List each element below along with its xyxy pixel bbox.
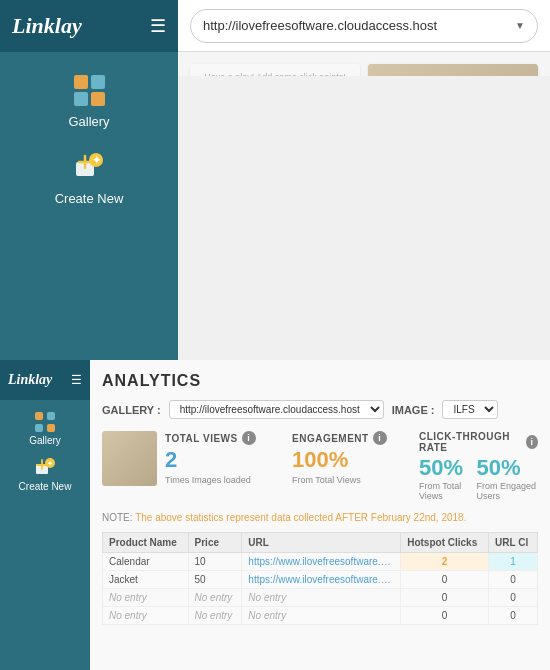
col-product-name: Product Name (103, 533, 189, 553)
cell-urlclicks-2: 0 (489, 589, 538, 607)
bottom-create-icon: ✦ (35, 458, 55, 478)
table-row: No entry No entry No entry 0 0 (103, 607, 538, 625)
cell-url-1[interactable]: https://www.ilovefreesoftware.com/ (242, 571, 401, 589)
gallery-filter-label: GALLERY : (102, 404, 161, 416)
bottom-create-new-label: Create New (19, 481, 72, 492)
table-row: Calendar 10 https://www.ilovefreesoftwar… (103, 553, 538, 571)
cell-url-0[interactable]: https://www.ilovefreesoftware.com/wp-adm… (242, 553, 401, 571)
ctr-value-total: 50% (419, 455, 468, 481)
ctr-desc-total: From Total Views (419, 481, 468, 501)
bottom-gallery-label: Gallery (29, 435, 61, 446)
cell-name-1: Jacket (103, 571, 189, 589)
bottom-sidebar-item-gallery[interactable]: Gallery (29, 412, 61, 446)
col-hotspot-clicks: Hotspot Clicks (401, 533, 489, 553)
engagement-header: ENGAGEMENT i (292, 431, 411, 445)
bottom-sidebar: Linklay ☰ Gallery (0, 360, 90, 670)
cell-urlclicks-3: 0 (489, 607, 538, 625)
total-views-info-icon[interactable]: i (242, 431, 256, 445)
bottom-hamburger-icon[interactable]: ☰ (71, 373, 82, 387)
analytics-title: ANALYTICS (102, 372, 538, 390)
card1-top-note: Have a play! Add some click points! (204, 72, 346, 76)
stat-card-ctr: CLICK-THROUGH RATE i 50% From Total View… (419, 431, 538, 501)
gallery-filter-select[interactable]: http://ilovefreesoftware.cloudaccess.hos… (169, 400, 384, 419)
cell-hotspot-0: 2 (401, 553, 489, 571)
stat-image (102, 431, 157, 486)
engagement-desc: From Total Views (292, 475, 411, 485)
cell-price-2: No entry (188, 589, 242, 607)
analytics-note: NOTE: The above statistics represent dat… (102, 511, 538, 524)
cell-name-2: No entry (103, 589, 189, 607)
address-dropdown-icon[interactable]: ▼ (515, 20, 525, 31)
gallery-icon (71, 72, 107, 108)
cell-price-1: 50 (188, 571, 242, 589)
stat-card-total-views: TOTAL VIEWS i 2 Times Images loaded (165, 431, 284, 501)
ctr-desc-engaged: From Engaged Users (476, 481, 538, 501)
bottom-sidebar-header: Linklay ☰ (0, 360, 90, 400)
hamburger-icon[interactable]: ☰ (150, 15, 166, 37)
address-bar[interactable]: http://ilovefreesoftware.cloudaccess.hos… (190, 9, 538, 43)
engagement-info-icon[interactable]: i (373, 431, 387, 445)
sidebar-item-create-new[interactable]: ✦ Create New (55, 149, 124, 206)
total-views-label: TOTAL VIEWS (165, 433, 238, 444)
bottom-sidebar-item-create-new[interactable]: ✦ Create New (19, 458, 72, 492)
note-highlight: The above statistics represent data coll… (135, 512, 466, 523)
image-filter-select[interactable]: ILFS (442, 400, 498, 419)
analytics-content: ANALYTICS GALLERY : http://ilovefreesoft… (90, 360, 550, 670)
cell-price-0: 10 (188, 553, 242, 571)
filters-row: GALLERY : http://ilovefreesoftware.cloud… (102, 400, 538, 419)
table-row: Jacket 50 https://www.ilovefreesoftware.… (103, 571, 538, 589)
cell-urlclicks-0: 1 (489, 553, 538, 571)
stats-row: TOTAL VIEWS i 2 Times Images loaded ENGA… (102, 431, 538, 501)
gallery-content: Have a play! Add some click points! (178, 52, 550, 76)
cell-url-2: No entry (242, 589, 401, 607)
engagement-value: 100% (292, 447, 411, 473)
engagement-label: ENGAGEMENT (292, 433, 369, 444)
cell-hotspot-1: 0 (401, 571, 489, 589)
stat-image-inner (102, 431, 157, 486)
bottom-gallery-icon (35, 412, 55, 432)
cell-name-3: No entry (103, 607, 189, 625)
gallery-card-sample[interactable]: Have a play! Add some click points! (190, 64, 360, 76)
address-text: http://ilovefreesoftware.cloudaccess.hos… (203, 18, 437, 33)
gallery-card-ilfs-image (368, 64, 538, 76)
top-bar: http://ilovefreesoftware.cloudaccess.hos… (178, 0, 550, 52)
ctr-header: CLICK-THROUGH RATE i (419, 431, 538, 453)
top-sidebar: Linklay ☰ Gallery (0, 0, 178, 360)
table-row: No entry No entry No entry 0 0 (103, 589, 538, 607)
sidebar-header: Linklay ☰ (0, 0, 178, 52)
image-filter-label: IMAGE : (392, 404, 435, 416)
cell-price-3: No entry (188, 607, 242, 625)
col-price: Price (188, 533, 242, 553)
total-views-desc: Times Images loaded (165, 475, 284, 485)
desk-scene (368, 64, 538, 76)
total-views-header: TOTAL VIEWS i (165, 431, 284, 445)
bottom-section: Linklay ☰ Gallery (0, 360, 550, 670)
gallery-card-ilfs[interactable]: ILFS (368, 64, 538, 76)
cell-url-3: No entry (242, 607, 401, 625)
cell-name-0: Calendar (103, 553, 189, 571)
stat-card-engagement: ENGAGEMENT i 100% From Total Views (292, 431, 411, 501)
gallery-card-sample-image: Have a play! Add some click points! (190, 64, 360, 76)
ctr-value-engaged: 50% (476, 455, 538, 481)
cell-hotspot-2: 0 (401, 589, 489, 607)
col-url-clicks: URL Cl (489, 533, 538, 553)
logo: Linklay (12, 13, 82, 39)
create-new-icon: ✦ (71, 149, 107, 185)
bottom-logo: Linklay (8, 372, 52, 388)
ctr-label: CLICK-THROUGH RATE (419, 431, 522, 453)
col-url: URL (242, 533, 401, 553)
cell-urlclicks-1: 0 (489, 571, 538, 589)
sidebar-item-gallery[interactable]: Gallery (68, 72, 109, 129)
svg-text:✦: ✦ (91, 154, 100, 166)
cell-hotspot-3: 0 (401, 607, 489, 625)
svg-text:✦: ✦ (47, 460, 53, 467)
create-new-label: Create New (55, 191, 124, 206)
ctr-info-icon[interactable]: i (526, 435, 538, 449)
bottom-sidebar-nav: Gallery ✦ Create New (0, 400, 90, 492)
ctr-values: 50% From Total Views 50% From Engaged Us… (419, 455, 538, 501)
total-views-value: 2 (165, 447, 284, 473)
gallery-label: Gallery (68, 114, 109, 129)
analytics-table: Product Name Price URL Hotspot Clicks UR… (102, 532, 538, 625)
sidebar-nav: Gallery ✦ Create New (0, 52, 178, 206)
